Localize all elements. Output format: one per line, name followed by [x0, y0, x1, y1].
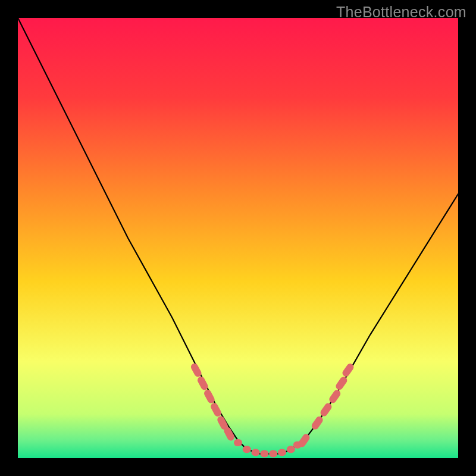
pill-right-5	[334, 375, 349, 392]
chart-frame: TheBottleneck.com	[0, 0, 476, 476]
bottleneck-curve	[18, 18, 458, 454]
pill-right-4	[328, 389, 342, 405]
watermark-text: TheBottleneck.com	[336, 4, 466, 21]
curve-layer	[18, 18, 458, 458]
pill-right-3	[319, 402, 333, 418]
dot-bottom-7	[287, 446, 295, 453]
dot-bottom-4	[260, 450, 268, 458]
dot-bottom-3	[252, 449, 260, 456]
dot-bottom-6	[278, 449, 286, 456]
dot-bottom-1	[234, 439, 242, 446]
pill-left-4	[209, 402, 223, 418]
dot-bottom-5	[269, 450, 277, 458]
dot-bottom-2	[243, 446, 251, 453]
plot-area	[18, 18, 458, 458]
marker-group	[190, 362, 355, 458]
